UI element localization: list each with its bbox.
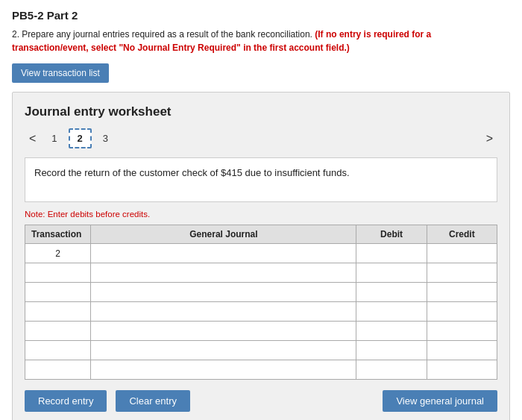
general-journal-cell[interactable] <box>91 283 356 302</box>
transaction-cell: 2 <box>25 244 91 263</box>
problem-number: 2. <box>12 29 19 40</box>
debit-cell[interactable] <box>356 244 427 263</box>
transaction-cell <box>25 263 91 283</box>
credit-cell[interactable] <box>427 263 497 283</box>
view-general-journal-button[interactable]: View general journal <box>383 390 497 412</box>
clear-entry-button[interactable]: Clear entry <box>116 390 190 412</box>
general-journal-cell[interactable] <box>91 322 356 341</box>
table-row <box>25 341 497 360</box>
view-transaction-button[interactable]: View transaction list <box>12 63 109 83</box>
record-entry-button[interactable]: Record entry <box>25 390 107 412</box>
table-row <box>25 322 497 341</box>
instructions: 2. Prepare any journal entries required … <box>12 28 510 54</box>
credit-cell[interactable] <box>427 302 497 322</box>
general-journal-cell[interactable] <box>91 263 356 283</box>
debit-cell[interactable] <box>356 360 427 380</box>
debit-cell[interactable] <box>356 263 427 283</box>
next-tab-arrow[interactable]: > <box>482 131 497 147</box>
tab-3[interactable]: 3 <box>95 129 116 148</box>
col-header-general-journal: General Journal <box>91 225 356 244</box>
tab-2[interactable]: 2 <box>69 128 92 148</box>
table-row <box>25 283 497 302</box>
tab-1[interactable]: 1 <box>43 129 65 148</box>
general-journal-cell[interactable] <box>91 341 356 360</box>
credit-cell[interactable] <box>427 341 497 360</box>
table-row: 2 <box>25 244 497 263</box>
transaction-cell <box>25 322 91 341</box>
transaction-cell <box>25 283 91 302</box>
table-row <box>25 302 497 322</box>
transaction-cell <box>25 302 91 322</box>
debit-cell[interactable] <box>356 341 427 360</box>
credit-cell[interactable] <box>427 244 497 263</box>
button-row: Record entry Clear entry View general jo… <box>25 390 497 412</box>
tab-navigation: < 1 2 3 > <box>25 128 497 148</box>
note-text: Note: Enter debits before credits. <box>25 210 497 219</box>
table-row <box>25 360 497 380</box>
col-header-transaction: Transaction <box>25 225 91 244</box>
worksheet-container: Journal entry worksheet < 1 2 3 > Record… <box>12 92 510 420</box>
credit-cell[interactable] <box>427 360 497 380</box>
col-header-debit: Debit <box>356 225 427 244</box>
instructions-plain: Prepare any journal entries required as … <box>22 29 315 40</box>
journal-table: Transaction General Journal Debit Credit… <box>25 225 497 380</box>
worksheet-title: Journal entry worksheet <box>25 104 497 119</box>
debit-cell[interactable] <box>356 283 427 302</box>
debit-cell[interactable] <box>356 322 427 341</box>
description-box: Record the return of the customer check … <box>25 157 497 202</box>
col-header-credit: Credit <box>427 225 497 244</box>
page-title: PB5-2 Part 2 <box>12 9 510 22</box>
prev-tab-arrow[interactable]: < <box>25 131 40 147</box>
credit-cell[interactable] <box>427 322 497 341</box>
general-journal-cell[interactable] <box>91 244 356 263</box>
transaction-cell <box>25 341 91 360</box>
transaction-cell <box>25 360 91 380</box>
credit-cell[interactable] <box>427 283 497 302</box>
general-journal-cell[interactable] <box>91 302 356 322</box>
general-journal-cell[interactable] <box>91 360 356 380</box>
debit-cell[interactable] <box>356 302 427 322</box>
table-row <box>25 263 497 283</box>
